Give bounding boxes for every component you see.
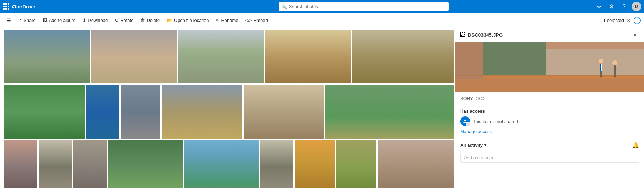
add-to-album-icon: 🖼 xyxy=(43,18,47,23)
selected-count: 1 selected xyxy=(603,18,624,23)
svg-rect-5 xyxy=(455,75,644,92)
chevron-down-icon: ▾ xyxy=(484,143,486,147)
notification-bell-icon[interactable]: 🔔 xyxy=(632,142,639,148)
svg-point-2 xyxy=(600,6,601,7)
panel-access-section: Has access This item is not shared Manag… xyxy=(455,105,644,138)
file-type-icon: 🖼 xyxy=(460,32,465,38)
panel-filename: DSC03345.JPG xyxy=(468,32,615,38)
svg-point-1 xyxy=(598,6,599,7)
selected-info: 1 selected ✕ i xyxy=(603,17,641,24)
rotate-button[interactable]: ↻ Rotate xyxy=(111,16,137,25)
has-access-title: Has access xyxy=(460,108,639,114)
photo-thumbnail xyxy=(91,30,177,83)
toolbar: ☰ ↗ Share 🖼 Add to album ⬇ Download ↻ Ro… xyxy=(0,13,644,28)
svg-point-0 xyxy=(597,6,598,7)
topbar-right: ⚙ ? U xyxy=(594,2,641,11)
svg-point-17 xyxy=(464,120,466,121)
photo-item[interactable] xyxy=(184,140,259,188)
embed-icon: </> xyxy=(245,18,252,23)
photo-row-3 xyxy=(4,140,454,188)
rename-icon: ✏ xyxy=(216,18,219,23)
photo-row-1 xyxy=(4,30,454,83)
add-to-album-button[interactable]: 🖼 Add to album xyxy=(39,16,79,25)
top-navigation-bar: OneDrive 🔍 ⚙ ? U xyxy=(0,0,644,13)
photo-item[interactable] xyxy=(265,30,351,83)
all-activity-button[interactable]: All activity ▾ xyxy=(460,142,486,148)
open-file-location-button[interactable]: 📂 Open file location xyxy=(163,16,212,25)
photo-item[interactable] xyxy=(39,140,72,188)
photo-thumbnail xyxy=(4,30,90,83)
manage-access-link[interactable]: Manage access xyxy=(460,129,492,134)
photo-item[interactable] xyxy=(86,85,119,139)
photo-item[interactable] xyxy=(352,30,454,83)
svg-rect-7 xyxy=(483,42,546,75)
hamburger-icon: ☰ xyxy=(7,18,11,23)
comment-placeholder: Add a comment xyxy=(464,155,496,160)
svg-rect-8 xyxy=(546,49,644,75)
photo-thumbnail xyxy=(178,30,264,83)
search-icon: 🔍 xyxy=(281,4,287,9)
info-button[interactable]: i xyxy=(634,17,641,24)
panel-camera-meta: SONY DSC xyxy=(455,92,644,105)
delete-button[interactable]: 🗑 Delete xyxy=(137,16,163,25)
photo-item[interactable] xyxy=(91,30,177,83)
rotate-icon: ↻ xyxy=(115,18,119,23)
embed-button[interactable]: </> Embed xyxy=(242,16,271,25)
download-icon: ⬇ xyxy=(82,18,86,23)
all-activity-label: All activity xyxy=(460,142,483,148)
svg-point-15 xyxy=(612,60,617,65)
photo-item[interactable] xyxy=(378,140,454,188)
svg-point-11 xyxy=(599,59,603,64)
search-box: 🔍 xyxy=(279,2,449,11)
panel-header: 🖼 DSC03345.JPG ··· ✕ xyxy=(455,28,644,42)
photo-item[interactable] xyxy=(244,85,324,139)
main-layout: 🖼 DSC03345.JPG ··· ✕ xyxy=(0,28,644,188)
preview-svg xyxy=(455,42,644,92)
download-button[interactable]: ⬇ Download xyxy=(79,16,111,25)
photo-item[interactable] xyxy=(4,85,85,139)
camera-make-label: SONY DSC xyxy=(460,96,484,101)
photo-item[interactable] xyxy=(108,140,183,188)
share-icon: ↗ xyxy=(18,18,22,23)
apps-icon[interactable] xyxy=(594,2,604,11)
photo-item[interactable] xyxy=(336,140,376,188)
panel-close-button[interactable]: ✕ xyxy=(630,30,640,40)
photo-item[interactable] xyxy=(121,85,160,139)
svg-point-9 xyxy=(487,82,507,86)
search-input[interactable] xyxy=(279,2,449,11)
photo-item[interactable] xyxy=(4,140,37,188)
photo-grid xyxy=(0,28,455,188)
help-icon[interactable]: ? xyxy=(619,2,629,11)
svg-rect-6 xyxy=(455,42,483,92)
photo-item[interactable] xyxy=(162,85,242,139)
photo-item[interactable] xyxy=(73,140,107,188)
deselect-button[interactable]: ✕ xyxy=(627,18,631,23)
photo-thumbnail xyxy=(265,30,351,83)
user-avatar[interactable]: U xyxy=(632,2,641,11)
menu-button[interactable]: ☰ xyxy=(3,16,15,25)
app-launcher-button[interactable] xyxy=(3,3,9,10)
photo-item[interactable] xyxy=(325,85,454,139)
share-button[interactable]: ↗ Share xyxy=(15,16,39,25)
panel-preview xyxy=(455,42,644,92)
photo-item[interactable] xyxy=(295,140,335,188)
photo-item[interactable] xyxy=(4,30,90,83)
activity-section: All activity ▾ 🔔 xyxy=(455,138,644,150)
rename-button[interactable]: ✏ Rename xyxy=(212,16,242,25)
person-icon xyxy=(463,119,468,124)
photo-row-2 xyxy=(4,85,454,139)
delete-icon: 🗑 xyxy=(140,18,145,23)
not-shared-text: This item is not shared xyxy=(473,119,518,124)
photo-item[interactable] xyxy=(260,140,293,188)
settings-icon[interactable]: ⚙ xyxy=(607,2,616,11)
photo-thumbnail xyxy=(352,30,454,83)
photo-item[interactable] xyxy=(178,30,264,83)
app-name: OneDrive xyxy=(12,3,35,9)
panel-more-button[interactable]: ··· xyxy=(618,30,627,40)
access-row: This item is not shared xyxy=(460,116,639,126)
access-avatar xyxy=(460,116,470,126)
photo-area[interactable] xyxy=(0,28,455,188)
comment-input[interactable]: Add a comment xyxy=(460,153,639,163)
panel-preview-image xyxy=(455,42,644,92)
open-file-location-icon: 📂 xyxy=(167,18,172,23)
